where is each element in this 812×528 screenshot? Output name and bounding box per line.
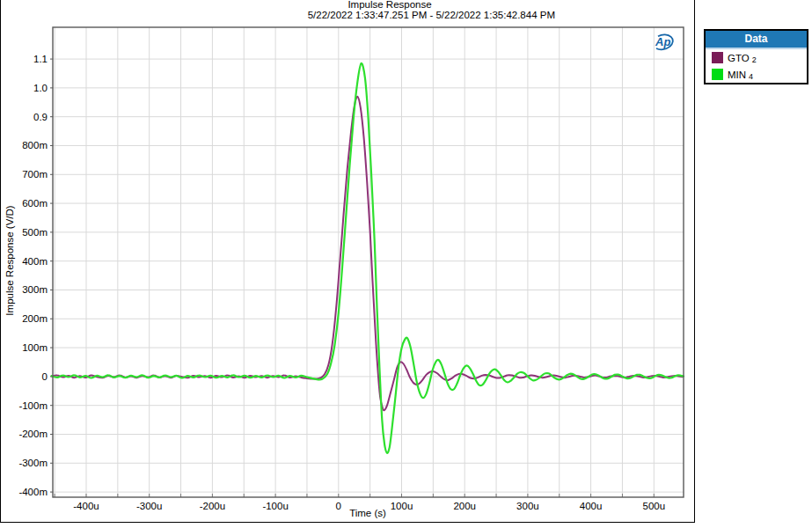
x-tick-label: -200u — [200, 501, 225, 511]
legend-item-gto-2[interactable]: GTO 2 — [706, 49, 807, 66]
y-tick-label: 0.9 — [33, 112, 48, 122]
x-tick-label: 300u — [516, 501, 539, 511]
legend-item-min-4[interactable]: MIN 4 — [706, 66, 807, 83]
x-tick-label: 500u — [643, 501, 666, 511]
y-tick-label: 800m — [22, 140, 48, 150]
y-tick-label: 200m — [22, 313, 48, 324]
x-tick-label: -100u — [262, 501, 288, 511]
y-tick-label: 600m — [22, 198, 48, 209]
min-4-color-swatch-icon — [712, 69, 723, 80]
x-tick-label: 200u — [453, 501, 476, 511]
trace-min-4 — [52, 63, 684, 453]
y-tick-label: 0 — [42, 371, 48, 382]
y-tick-label: 500m — [22, 227, 48, 238]
plot-border — [53, 27, 684, 497]
legend-header: Data — [706, 31, 807, 49]
trace-gto-2 — [52, 97, 683, 411]
legend-item-channel: 4 — [749, 72, 753, 81]
y-tick-label: 700m — [22, 169, 48, 180]
legend-item-channel: 2 — [752, 55, 757, 64]
y-tick-label: -200m — [18, 429, 48, 439]
x-tick-label: -400u — [73, 501, 99, 511]
legend-panel: Data GTO 2 MIN 4 — [704, 29, 808, 84]
legend-item-label: GTO — [728, 53, 750, 63]
y-tick-label: 400m — [22, 256, 48, 267]
x-tick-label: 0 — [336, 501, 341, 511]
y-tick-label: 1.1 — [33, 54, 48, 64]
x-tick-label: 400u — [580, 501, 603, 511]
y-tick-label: 300m — [22, 284, 48, 295]
x-tick-label: -300u — [136, 501, 162, 511]
svg-text:Ap: Ap — [655, 35, 670, 48]
x-tick-label: 100u — [391, 501, 413, 511]
legend-item-label: MIN — [728, 70, 746, 80]
y-tick-label: 100m — [22, 342, 48, 353]
y-tick-label: 1.0 — [33, 83, 48, 93]
ap-logo-icon: Ap — [650, 32, 678, 53]
y-tick-label: -300m — [18, 458, 48, 468]
y-tick-label: -100m — [18, 400, 48, 411]
impulse-response-chart[interactable]: -400u-300u-200u-100u0100u200u300u400u500… — [0, 0, 812, 528]
gto-2-color-swatch-icon — [712, 52, 723, 63]
y-tick-label: -400m — [18, 487, 48, 497]
